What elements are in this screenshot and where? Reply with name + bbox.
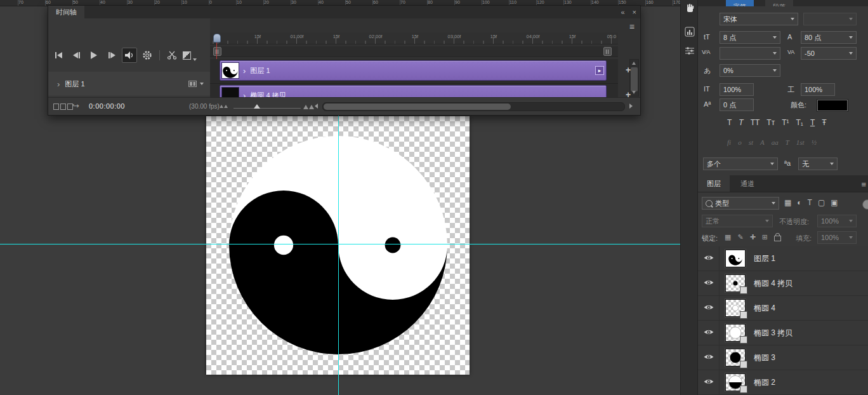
kerning-select[interactable] (720, 47, 780, 60)
layer-thumbnail[interactable] (725, 349, 746, 366)
tab-paragraph[interactable]: 段落 (765, 0, 793, 6)
language-select[interactable]: 多个 (703, 157, 778, 170)
work-area-start-marker[interactable] (213, 47, 221, 56)
close-panel-icon[interactable]: × (633, 8, 636, 16)
subscript-button[interactable]: T₁ (796, 118, 803, 127)
track-disclosure-icon[interactable]: › (57, 79, 60, 89)
faux-italic-button[interactable]: T (739, 118, 743, 127)
layer-row[interactable]: 图层 1 (698, 246, 868, 271)
go-to-previous-frame-button[interactable] (69, 48, 84, 63)
layer-thumbnail[interactable] (725, 274, 746, 292)
anti-alias-select[interactable]: 无 (798, 157, 838, 170)
layer-filter-switch[interactable] (862, 199, 868, 210)
layer-row[interactable]: 椭圆 2 (698, 370, 868, 395)
video-clip-bar[interactable]: ›椭圆 4 拷贝 (220, 85, 607, 98)
text-color-swatch[interactable] (817, 100, 848, 111)
layer-row[interactable]: 椭圆 3 拷贝 (698, 321, 868, 345)
layer-row[interactable]: 椭圆 4 (698, 296, 868, 321)
go-to-next-frame-button[interactable] (104, 48, 119, 63)
standard-ligatures-button[interactable]: fi (727, 138, 731, 146)
add-media-button[interactable]: + (623, 65, 633, 76)
layer-visibility-toggle[interactable] (698, 246, 720, 271)
font-size-select[interactable]: 8 点 (720, 31, 780, 44)
render-video-icon[interactable]: ↪ (72, 101, 79, 110)
track-header-row[interactable]: ›图层 1 (48, 72, 210, 97)
layer-visibility-toggle[interactable] (698, 370, 720, 394)
filter-type-layers-icon[interactable]: T (808, 198, 812, 207)
collapse-panel-icon[interactable]: « (621, 8, 624, 16)
lock-artboard-icon[interactable]: ⊞ (762, 233, 768, 241)
clip-out-point-button[interactable]: ▸ (595, 66, 604, 75)
hand-tool-icon[interactable] (683, 2, 696, 15)
layer-visibility-toggle[interactable] (698, 345, 720, 370)
tab-layers[interactable]: 图层 (698, 175, 730, 192)
timeline-horizontal-scrollbar[interactable] (322, 102, 625, 111)
fractions-button[interactable]: ½ (812, 138, 817, 146)
horizontal-guide[interactable] (0, 244, 680, 244)
lock-image-pixels-icon[interactable]: ✎ (737, 233, 743, 241)
tab-character[interactable]: 字符 (726, 0, 754, 6)
chevron-down-icon[interactable] (200, 83, 204, 85)
layer-filter-select[interactable]: 类型 (702, 197, 779, 210)
scroll-left-icon[interactable] (315, 104, 318, 109)
faux-bold-button[interactable]: T (727, 118, 732, 127)
baseline-shift-input[interactable]: 0 点 (720, 98, 754, 111)
layer-visibility-toggle[interactable] (698, 321, 720, 345)
lock-position-icon[interactable]: ✚ (750, 233, 756, 241)
timeline-tab[interactable]: 时间轴 (48, 6, 84, 18)
proportional-spacing-select[interactable]: 0% (720, 64, 780, 77)
layer-visibility-toggle[interactable] (698, 296, 720, 320)
leading-select[interactable]: 80 点 (801, 31, 857, 44)
layer-thumbnail[interactable] (725, 324, 746, 342)
play-button[interactable] (86, 48, 102, 63)
fill-input[interactable]: 100% (817, 231, 857, 244)
lock-transparent-pixels-icon[interactable]: ▦ (725, 233, 731, 241)
tracking-select[interactable]: -50 (801, 47, 857, 60)
zoom-out-icon[interactable] (220, 105, 228, 108)
layer-thumbnail[interactable] (725, 250, 746, 267)
blend-mode-select[interactable]: 正常 (702, 215, 773, 227)
go-to-first-frame-button[interactable] (51, 48, 66, 63)
small-caps-button[interactable]: Tᴛ (766, 118, 775, 127)
discretionary-ligatures-button[interactable]: st (749, 138, 753, 146)
titling-alternates-button[interactable]: T (786, 138, 789, 146)
filter-adjustment-layers-icon[interactable]: ◐ (797, 198, 801, 207)
vertical-scale-input[interactable]: 100% (720, 83, 754, 96)
layer-thumbnail[interactable] (725, 299, 746, 317)
histogram-panel-icon[interactable] (683, 25, 696, 38)
font-family-select[interactable]: 宋体 (720, 13, 798, 25)
opacity-input[interactable]: 100% (817, 215, 857, 227)
playhead[interactable] (213, 34, 221, 43)
scroll-right-icon[interactable] (629, 104, 633, 109)
transition-button[interactable] (182, 48, 197, 63)
timeline-track-lane[interactable]: ›椭圆 4 拷贝 (210, 84, 618, 98)
timeline-settings-button[interactable] (140, 48, 155, 63)
mute-audio-toggle[interactable] (122, 48, 137, 63)
contextual-alternates-button[interactable]: o (738, 138, 742, 146)
timeline-zoom-slider[interactable] (233, 108, 301, 109)
scrollbar-thumb[interactable] (324, 104, 511, 110)
filter-shape-layers-icon[interactable]: ▢ (818, 198, 825, 207)
video-clip-bar[interactable]: ›图层 1▸ (220, 60, 607, 81)
layer-row[interactable]: 椭圆 3 (698, 345, 868, 370)
split-at-playhead-button[interactable] (164, 48, 180, 63)
work-area-end-marker[interactable] (603, 47, 612, 56)
underline-button[interactable]: T (810, 118, 815, 127)
filter-smart-objects-icon[interactable]: ▣ (831, 198, 838, 207)
convert-to-frame-animation-button[interactable] (53, 104, 73, 110)
panel-menu-icon[interactable]: ≡ (629, 23, 635, 30)
playhead-handle[interactable] (213, 34, 221, 43)
layer-visibility-toggle[interactable] (698, 271, 720, 295)
panel-menu-icon[interactable]: ≡ (861, 180, 866, 189)
timeline-track-lane[interactable]: ›图层 1▸ (210, 59, 618, 84)
horizontal-scale-input[interactable]: 100% (801, 83, 835, 96)
superscript-button[interactable]: T¹ (782, 118, 789, 127)
adjustments-panel-icon[interactable] (683, 44, 696, 57)
stylistic-alternates-button[interactable]: aa (772, 138, 779, 146)
clip-disclosure-icon[interactable]: › (243, 66, 246, 76)
layer-thumbnail[interactable] (725, 373, 746, 391)
filter-pixel-layers-icon[interactable]: ▦ (784, 198, 791, 207)
tab-channels[interactable]: 通道 (732, 175, 763, 192)
strikethrough-button[interactable]: Ŧ (822, 118, 826, 127)
layer-row[interactable]: 椭圆 4 拷贝 (698, 271, 868, 296)
